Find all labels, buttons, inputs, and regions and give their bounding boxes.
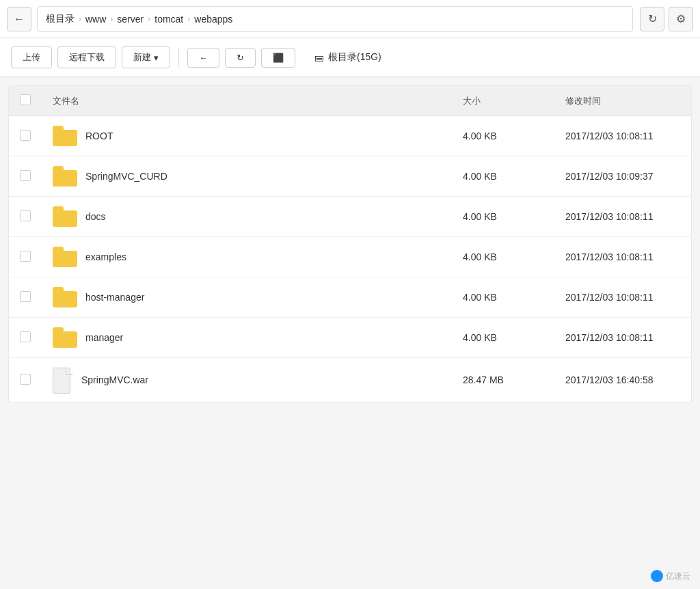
back-toolbar-label: ← <box>199 53 208 63</box>
header-size: 大小 <box>452 86 554 116</box>
file-modified: 2017/12/03 10:08:11 <box>554 116 691 156</box>
file-modified: 2017/12/03 10:08:11 <box>554 197 691 237</box>
refresh-button-top[interactable]: ↻ <box>640 7 664 31</box>
sep1: › <box>79 14 81 24</box>
file-name: SpringMVC.war <box>81 374 148 385</box>
file-size: 28.47 MB <box>452 358 554 402</box>
file-size: 4.00 KB <box>452 318 554 358</box>
table-row[interactable]: host-manager4.00 KB2017/12/03 10:08:11 <box>9 277 691 318</box>
remote-download-label: 远程下载 <box>69 51 105 64</box>
row-checkbox[interactable] <box>20 331 31 342</box>
breadcrumb-bar: ← 根目录 › www › server › tomcat › webapps … <box>0 0 700 38</box>
breadcrumb-tomcat[interactable]: tomcat <box>154 14 183 25</box>
terminal-button[interactable]: ⬛ <box>261 48 295 68</box>
header-checkbox-col <box>9 86 42 116</box>
sep3: › <box>148 14 150 24</box>
row-checkbox[interactable] <box>20 130 31 141</box>
file-size: 4.00 KB <box>452 156 554 197</box>
table-header-row: 文件名 大小 修改时间 <box>9 86 691 116</box>
disk-icon: 🖴 <box>314 52 324 63</box>
folder-icon <box>53 166 77 187</box>
refresh-toolbar-label: ↻ <box>237 53 244 63</box>
settings-button[interactable]: ⚙ <box>669 7 693 31</box>
sep4: › <box>187 14 190 24</box>
file-size: 4.00 KB <box>452 237 554 277</box>
table-row[interactable]: docs4.00 KB2017/12/03 10:08:11 <box>9 197 691 237</box>
table-row[interactable]: SpringMVC_CURD4.00 KB2017/12/03 10:09:37 <box>9 156 691 197</box>
row-checkbox[interactable] <box>20 210 31 221</box>
upload-button[interactable]: 上传 <box>11 46 52 68</box>
row-checkbox[interactable] <box>20 170 31 181</box>
file-modified: 2017/12/03 16:40:58 <box>554 358 691 402</box>
folder-icon <box>53 126 77 146</box>
breadcrumb-path: 根目录 › www › server › tomcat › webapps <box>37 6 633 32</box>
new-button[interactable]: 新建 ▾ <box>122 46 170 68</box>
table-row[interactable]: SpringMVC.war28.47 MB2017/12/03 16:40:58 <box>9 358 691 402</box>
table-row[interactable]: examples4.00 KB2017/12/03 10:08:11 <box>9 237 691 277</box>
breadcrumb-root[interactable]: 根目录 <box>46 13 75 25</box>
disk-info: 🖴 根目录(15G) <box>314 51 381 64</box>
table-row[interactable]: ROOT4.00 KB2017/12/03 10:08:11 <box>9 116 691 156</box>
file-name: ROOT <box>85 131 113 141</box>
back-button[interactable]: ← <box>7 7 31 31</box>
header-name: 文件名 <box>42 86 452 116</box>
terminal-label: ⬛ <box>273 53 284 63</box>
sep2: › <box>110 14 113 24</box>
breadcrumb-www[interactable]: www <box>85 14 106 25</box>
row-checkbox[interactable] <box>20 374 31 385</box>
file-modified: 2017/12/03 10:09:37 <box>554 156 691 197</box>
file-table: 文件名 大小 修改时间 ROOT4.00 KB2017/12/03 10:08:… <box>9 86 691 402</box>
folder-icon <box>53 247 77 267</box>
toolbar: 上传 远程下载 新建 ▾ ← ↻ ⬛ 🖴 根目录(15G) <box>0 38 700 77</box>
new-label: 新建 <box>133 51 151 64</box>
folder-icon <box>53 287 77 307</box>
file-name: SpringMVC_CURD <box>85 171 167 182</box>
file-modified: 2017/12/03 10:08:11 <box>554 277 691 318</box>
file-size: 4.00 KB <box>452 277 554 318</box>
breadcrumb-actions: ↻ ⚙ <box>640 7 693 31</box>
file-modified: 2017/12/03 10:08:11 <box>554 237 691 277</box>
dropdown-arrow: ▾ <box>154 53 159 63</box>
breadcrumb-webapps[interactable]: webapps <box>194 14 232 25</box>
file-name: examples <box>85 251 126 262</box>
table-row[interactable]: manager4.00 KB2017/12/03 10:08:11 <box>9 318 691 358</box>
file-name: host-manager <box>85 292 144 303</box>
breadcrumb-server[interactable]: server <box>117 14 144 25</box>
folder-icon <box>53 327 77 348</box>
file-size: 4.00 KB <box>452 116 554 156</box>
file-size: 4.00 KB <box>452 197 554 237</box>
remote-download-button[interactable]: 远程下载 <box>57 46 116 68</box>
refresh-toolbar-button[interactable]: ↻ <box>225 48 256 68</box>
back-toolbar-button[interactable]: ← <box>187 48 219 68</box>
file-modified: 2017/12/03 10:08:11 <box>554 318 691 358</box>
header-modified: 修改时间 <box>554 86 691 116</box>
file-name: docs <box>85 211 106 222</box>
row-checkbox[interactable] <box>20 251 31 262</box>
file-name: manager <box>85 332 123 343</box>
row-checkbox[interactable] <box>20 291 31 302</box>
select-all-checkbox[interactable] <box>20 94 31 105</box>
file-icon <box>53 368 73 392</box>
folder-icon <box>53 206 77 227</box>
file-table-container: 文件名 大小 修改时间 ROOT4.00 KB2017/12/03 10:08:… <box>8 85 692 402</box>
upload-label: 上传 <box>23 51 40 64</box>
toolbar-sep1 <box>178 48 179 67</box>
disk-info-text: 根目录(15G) <box>328 51 381 64</box>
